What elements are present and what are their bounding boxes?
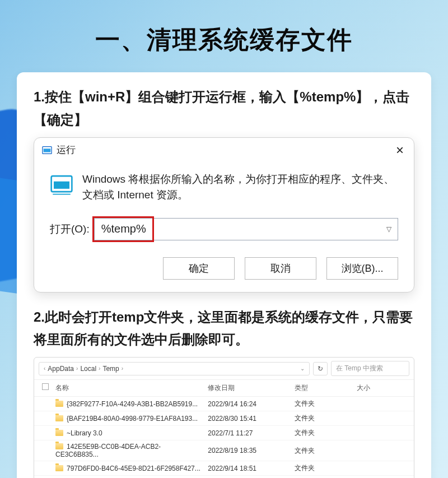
close-icon[interactable]: × bbox=[394, 143, 406, 157]
run-small-icon bbox=[42, 145, 52, 155]
run-titlebar: 运行 × bbox=[34, 138, 414, 161]
content-card: 1.按住【win+R】组合键打开运行框，输入【%temp%】，点击【确定】 运行… bbox=[17, 72, 431, 478]
breadcrumb[interactable]: ‹ AppData › Local › Temp › ⌄ bbox=[39, 362, 310, 375]
folder-icon bbox=[55, 430, 63, 436]
crumb-appdata[interactable]: AppData bbox=[48, 365, 74, 373]
svg-rect-1 bbox=[44, 148, 51, 152]
col-type[interactable]: 类型 bbox=[292, 383, 354, 393]
explorer-window: ‹ AppData › Local › Temp › ⌄ ↻ 在 Temp 中搜… bbox=[34, 357, 414, 478]
column-headers: 名称 修改日期 类型 大小 bbox=[34, 380, 414, 397]
step-2-text: 2.此时会打开temp文件夹，这里面都是系统的缓存文件，只需要将里面所有的文件选… bbox=[34, 306, 414, 352]
table-row[interactable]: {BAF219B4-80A0-4998-9779-E1AF8A193...202… bbox=[34, 411, 414, 426]
search-input[interactable]: 在 Temp 中搜索 bbox=[331, 361, 409, 376]
col-size[interactable]: 大小 bbox=[354, 383, 408, 393]
table-row[interactable]: 142E5E9B-CC0B-4DEA-ACB2-CE3C6B835...2022… bbox=[34, 440, 414, 461]
col-name[interactable]: 名称 bbox=[53, 383, 206, 393]
table-row[interactable]: {382F9277-F10A-4249-A3B1-BB2AB5919...202… bbox=[34, 397, 414, 411]
table-row[interactable]: 797D6FD0-B4C6-45E9-8D21-6F2958F427...202… bbox=[34, 461, 414, 476]
step-1-text: 1.按住【win+R】组合键打开运行框，输入【%temp%】，点击【确定】 bbox=[34, 86, 414, 132]
refresh-icon[interactable]: ↻ bbox=[313, 362, 328, 375]
open-input[interactable] bbox=[94, 218, 398, 240]
chevron-down-icon[interactable]: ⌄ bbox=[300, 365, 305, 372]
folder-icon bbox=[55, 465, 63, 471]
browse-button[interactable]: 浏览(B)... bbox=[326, 257, 398, 280]
table-row[interactable]: ~Library 3.02022/7/1 11:27文件夹 bbox=[34, 426, 414, 440]
col-date[interactable]: 修改日期 bbox=[206, 383, 292, 393]
cancel-button[interactable]: 取消 bbox=[245, 257, 316, 280]
crumb-temp[interactable]: Temp bbox=[102, 365, 119, 373]
run-app-icon bbox=[50, 173, 73, 196]
table-row[interactable]: C6978FC3-1DCA-4ABF-BAC0-2111B5454...2022… bbox=[34, 476, 414, 478]
folder-icon bbox=[55, 415, 63, 421]
svg-rect-3 bbox=[54, 181, 69, 188]
folder-icon bbox=[55, 401, 63, 407]
run-title-text: 运行 bbox=[57, 143, 76, 156]
select-all-checkbox[interactable] bbox=[42, 383, 49, 390]
run-description: Windows 将根据你所输入的名称，为你打开相应的程序、文件夹、文档或 Int… bbox=[82, 171, 398, 203]
run-dialog: 运行 × Windows 将根据你所输入的名称，为你打开相应的程序、文件夹、文档… bbox=[34, 137, 414, 293]
folder-icon bbox=[55, 443, 63, 449]
ok-button[interactable]: 确定 bbox=[163, 257, 235, 280]
crumb-local[interactable]: Local bbox=[80, 365, 96, 373]
page-title: 一、清理系统缓存文件 bbox=[0, 0, 448, 72]
open-label: 打开(O): bbox=[50, 222, 90, 236]
